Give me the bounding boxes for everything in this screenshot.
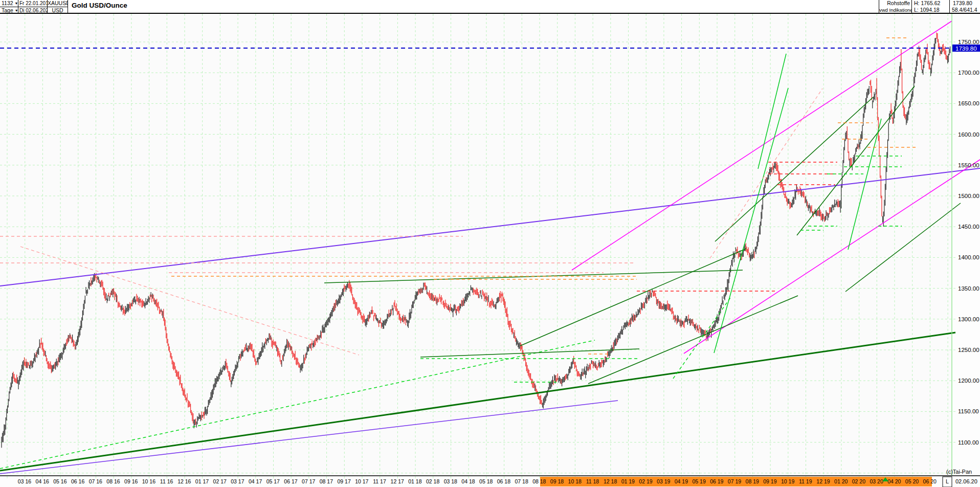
date-axis-label[interactable]: 04 18: [461, 478, 475, 484]
date-axis-label[interactable]: 03 18: [444, 478, 457, 484]
price-axis-label: 1100.00: [958, 439, 979, 446]
date-axis-label[interactable]: 07 18: [515, 478, 528, 484]
date-axis-label[interactable]: 10 18: [568, 478, 582, 484]
date-axis-label[interactable]: 08 19: [746, 478, 759, 484]
date-axis-label[interactable]: 03 20: [870, 478, 883, 484]
price-axis-label: 1500.00: [958, 193, 979, 199]
date-axis-label[interactable]: 02 19: [639, 478, 652, 484]
date-axis-label[interactable]: 03 17: [231, 478, 244, 484]
bars-count-value: 1132: [2, 0, 13, 6]
category-label: Rohstoffe: [879, 0, 911, 7]
price-axis-label: 1250.00: [958, 347, 979, 353]
low-value: L: 1094.18: [912, 7, 949, 13]
plot-area[interactable]: [0, 14, 952, 476]
chevron-down-icon: ▼: [15, 2, 18, 5]
date-axis-label[interactable]: 04 16: [36, 478, 49, 484]
date-axis-label[interactable]: 12 17: [391, 478, 404, 484]
date-axis-label[interactable]: 01 18: [408, 478, 421, 484]
price-chart-canvas[interactable]: 1750.001700.001650.001600.001550.001500.…: [0, 14, 980, 487]
last-price-cell: 1739.80 58.4/641.4: [949, 0, 980, 14]
symbol-cell: XAUUSD USD: [48, 0, 68, 14]
date-axis-label[interactable]: 12 16: [177, 478, 191, 484]
chevron-down-icon: ▼: [15, 9, 18, 12]
date-axis-label[interactable]: 02 20: [852, 478, 865, 484]
bars-count-dropdown[interactable]: 1132 ▼: [0, 0, 18, 7]
date-axis-label[interactable]: 02 17: [213, 478, 227, 484]
price-axis-label: 1200.00: [958, 378, 979, 384]
price-axis-label: 1650.00: [958, 100, 979, 106]
chart-header: 1132 ▼ Tage ▼ Fr 22.01.2016 Di 02.06.202…: [0, 0, 980, 14]
date-axis-label[interactable]: 11 18: [586, 478, 599, 484]
date-axis-label[interactable]: 07 16: [89, 478, 102, 484]
date-axis-label[interactable]: 09 19: [763, 478, 776, 484]
date-axis-label[interactable]: 04 17: [249, 478, 262, 484]
price-axis-label: 1400.00: [958, 254, 979, 260]
date-axis-label[interactable]: 05 18: [479, 478, 493, 484]
price-axis-label: 1550.00: [958, 162, 979, 168]
price-axis-label: 1700.00: [958, 70, 979, 76]
date-to[interactable]: Di 02.06.2020: [18, 7, 47, 14]
date-axis-label[interactable]: 04 20: [887, 478, 901, 484]
high-low-cell: H: 1765.62 L: 1094.18: [911, 0, 949, 14]
price-axis-label: 1350.00: [958, 285, 979, 292]
date-axis-label[interactable]: 10 17: [355, 478, 368, 484]
price-axis-label: 1750.00: [958, 39, 979, 45]
latest-date-label[interactable]: 02.06.20: [955, 478, 977, 484]
last-price-value: 1739.80: [950, 0, 980, 7]
source-label: vwd Indikationen: [879, 7, 911, 13]
chart-svg: 1750.001700.001650.001600.001550.001500.…: [0, 14, 980, 487]
high-value: H: 1765.62: [912, 0, 949, 7]
date-range-cell: Fr 22.01.2016 Di 02.06.2020: [18, 0, 48, 14]
date-axis-label[interactable]: 06 16: [71, 478, 84, 484]
date-axis-label[interactable]: 05 20: [905, 478, 919, 484]
date-axis-label[interactable]: 11 16: [160, 478, 173, 484]
date-from[interactable]: Fr 22.01.2016: [18, 0, 47, 7]
date-axis-label[interactable]: 06 19: [710, 478, 723, 484]
tai-pan-chart-window: 1132 ▼ Tage ▼ Fr 22.01.2016 Di 02.06.202…: [0, 0, 980, 487]
date-axis-label[interactable]: 07 17: [302, 478, 315, 484]
date-axis-label[interactable]: 08 18: [532, 478, 546, 484]
date-axis-label[interactable]: 11 17: [373, 478, 386, 484]
latest-label: L: [946, 478, 949, 484]
date-axis-label[interactable]: 06 18: [497, 478, 510, 484]
date-axis-label[interactable]: 03 16: [18, 478, 31, 484]
period-value: Tage: [2, 7, 13, 13]
date-axis-label[interactable]: 06 17: [284, 478, 297, 484]
date-axis-label[interactable]: 05 16: [53, 478, 66, 484]
price-axis-label: 1150.00: [958, 408, 979, 414]
date-axis-label[interactable]: 10 16: [142, 478, 155, 484]
date-axis-label[interactable]: 09 18: [550, 478, 564, 484]
price-axis-label: 1600.00: [958, 131, 979, 138]
symbol-code: XAUUSD: [48, 0, 68, 7]
date-axis-label[interactable]: 08 16: [106, 478, 120, 484]
date-axis-label[interactable]: 12 18: [604, 478, 617, 484]
page-title: Gold USD/Ounce: [72, 2, 127, 9]
date-axis-label[interactable]: 01 19: [621, 478, 635, 484]
copyright-label: (c)Tai-Pan: [946, 469, 972, 475]
date-axis-label[interactable]: 09 17: [337, 478, 350, 484]
extra-stat-value: 58.4/641.4: [950, 7, 980, 13]
bars-period-cell: 1132 ▼ Tage ▼: [0, 0, 18, 14]
date-axis-label[interactable]: 05 19: [692, 478, 705, 484]
date-axis-label[interactable]: 01 20: [834, 478, 848, 484]
date-axis-label[interactable]: 08 17: [320, 478, 333, 484]
date-axis-label[interactable]: 02 18: [426, 478, 439, 484]
source-cell: Rohstoffe vwd Indikationen: [879, 0, 911, 14]
symbol-currency: USD: [48, 7, 68, 14]
date-axis-label[interactable]: 06 20: [923, 478, 937, 484]
date-axis-label[interactable]: 05 17: [266, 478, 280, 484]
price-axis-label: 1300.00: [958, 316, 979, 322]
date-axis-label[interactable]: 04 19: [675, 478, 688, 484]
last-price-badge-text: 1739.80: [955, 46, 977, 52]
date-axis-label[interactable]: 12 19: [816, 478, 830, 484]
price-axis-label: 1450.00: [958, 224, 979, 230]
date-axis-label[interactable]: 01 17: [195, 478, 209, 484]
period-dropdown[interactable]: Tage ▼: [0, 7, 18, 14]
date-axis-label[interactable]: 07 19: [728, 478, 741, 484]
date-axis-label[interactable]: 10 19: [781, 478, 794, 484]
date-axis-label[interactable]: 11 19: [799, 478, 812, 484]
date-axis-label[interactable]: 03 19: [657, 478, 670, 484]
date-axis-label[interactable]: 09 16: [124, 478, 138, 484]
